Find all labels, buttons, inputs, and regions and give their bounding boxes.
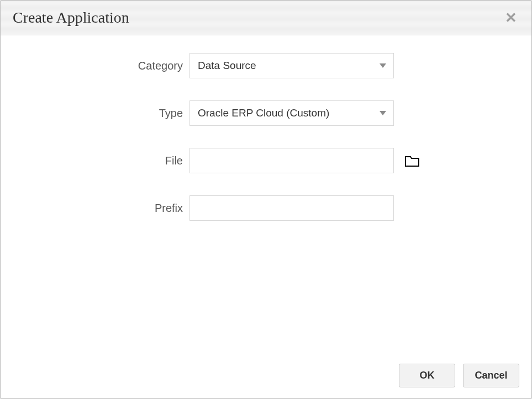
type-select[interactable]: Oracle ERP Cloud (Custom) [189, 100, 394, 126]
row-file: File [17, 148, 515, 173]
file-input[interactable] [189, 148, 394, 173]
folder-icon[interactable] [405, 155, 419, 167]
label-type: Type [17, 107, 189, 120]
dialog-body: Category Data Source Type Oracle ERP C [1, 35, 531, 355]
prefix-input[interactable] [189, 195, 394, 221]
category-select-value: Data Source [198, 60, 256, 72]
row-prefix: Prefix [17, 195, 515, 221]
dialog-footer: OK Cancel [1, 355, 531, 398]
row-type: Type Oracle ERP Cloud (Custom) [17, 100, 515, 126]
type-select-value: Oracle ERP Cloud (Custom) [198, 107, 329, 119]
dialog-header: Create Application ✕ [1, 1, 531, 35]
row-category: Category Data Source [17, 53, 515, 78]
label-prefix: Prefix [17, 202, 189, 215]
category-select[interactable]: Data Source [189, 53, 394, 78]
ok-button[interactable]: OK [399, 364, 455, 387]
create-application-dialog: Create Application ✕ Category Data Sourc… [0, 0, 532, 399]
label-file: File [17, 155, 189, 167]
cancel-button[interactable]: Cancel [463, 364, 519, 387]
label-category: Category [17, 60, 189, 72]
close-icon[interactable]: ✕ [502, 8, 520, 27]
dialog-title: Create Application [13, 9, 129, 26]
